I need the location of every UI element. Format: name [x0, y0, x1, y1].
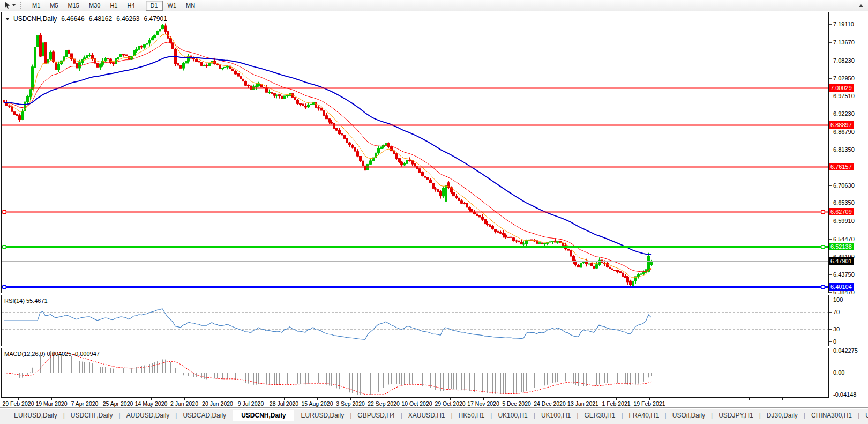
tab-xauusd-h1[interactable]: XAUUSD,H1: [402, 410, 452, 421]
tab-usdjpy-h1[interactable]: USDJPY,H1: [712, 410, 759, 421]
tab-usdcnh-daily[interactable]: USDCNH,Daily: [233, 410, 294, 421]
rsi-pane[interactable]: RSI(14) 55.4671: [1, 295, 829, 346]
tab-dj30-daily[interactable]: DJ30,Daily: [760, 410, 804, 421]
candle-body: [515, 241, 518, 241]
candle-body: [136, 50, 138, 51]
date-tick: [350, 398, 351, 400]
candle-body: [466, 204, 468, 207]
price-axis[interactable]: 7.191107.136707.082307.029506.975106.922…: [829, 12, 868, 407]
timeframe-button-D1[interactable]: D1: [146, 1, 163, 11]
line-handle[interactable]: [3, 211, 6, 214]
candle-body: [50, 53, 52, 59]
line-handle[interactable]: [3, 286, 6, 289]
tab-china300-h1[interactable]: CHINA300,H1: [805, 410, 858, 421]
tab-audusd-daily[interactable]: AUDUSD,Daily: [120, 410, 176, 421]
line-handle[interactable]: [3, 246, 6, 249]
tab-usoil-[interactable]: USOil,: [859, 410, 868, 421]
timeframe-button-M1[interactable]: M1: [27, 1, 45, 11]
date-tick: [85, 398, 85, 400]
candle-body: [591, 264, 593, 266]
candle-body: [240, 77, 242, 79]
macd-pane[interactable]: MACD(12,26,9) 0.004025 -0.000947: [1, 348, 829, 398]
tick-mark: [829, 132, 832, 132]
toolbar-drag-handle[interactable]: [20, 2, 23, 9]
tab-uk100-h1[interactable]: UK100,H1: [491, 410, 534, 421]
candle-body: [19, 116, 21, 120]
level-price-label[interactable]: 6.76157: [829, 163, 854, 170]
price-tick: 6.43750: [829, 271, 855, 278]
timeframe-button-M5[interactable]: M5: [45, 1, 63, 11]
date-label: 3 Sep 2020: [336, 400, 365, 407]
timeframe-button-MN[interactable]: MN: [181, 1, 200, 11]
mt4-window: M1M5M15M30H1H4D1W1MN USDCNH,Daily 6.4664…: [0, 0, 868, 424]
tab-ger30-h1[interactable]: GER30,H1: [578, 410, 622, 421]
level-price-label[interactable]: 6.52138: [829, 243, 854, 250]
candle-body: [643, 272, 645, 274]
candle-body: [185, 61, 188, 63]
candle-body: [323, 111, 325, 116]
chart-title: USDCNH,Daily 6.46646 6.48162 6.46263 6.4…: [5, 15, 167, 23]
tick-mark: [829, 395, 832, 395]
level-price-label[interactable]: 6.62709: [829, 208, 854, 215]
tick-mark: [829, 114, 832, 114]
candle-body: [567, 249, 570, 250]
candle-body: [518, 241, 520, 242]
timeframe-button-H4[interactable]: H4: [122, 1, 139, 11]
candle-body: [305, 106, 307, 107]
price-tick: 6.97510: [829, 93, 855, 99]
date-tick: [483, 398, 484, 400]
collapse-triangle-icon[interactable]: [5, 18, 10, 20]
candle-body: [224, 67, 226, 68]
timeframe-button-H1[interactable]: H1: [105, 1, 122, 11]
toolbar-overflow-icon[interactable]: [859, 4, 863, 7]
candle-body: [315, 102, 317, 107]
candle-body: [526, 241, 528, 244]
level-price-label[interactable]: 6.40104: [829, 283, 854, 291]
price-tick: 7.13670: [829, 39, 855, 46]
macd-axis-tick: 0.042275: [829, 347, 858, 354]
level-price-label[interactable]: 6.88897: [829, 121, 854, 129]
line-handle[interactable]: [821, 246, 825, 249]
timeframe-button-M30[interactable]: M30: [84, 1, 105, 11]
tab-uk100-h1[interactable]: UK100,H1: [535, 410, 577, 421]
macd-signal-line: [4, 352, 651, 395]
date-tick: [417, 398, 417, 400]
candle-body: [232, 69, 234, 71]
tab-fra40-h1[interactable]: FRA40,H1: [623, 410, 665, 421]
main-chart-pane[interactable]: USDCNH,Daily 6.46646 6.48162 6.46263 6.4…: [1, 12, 829, 293]
tick-mark: [829, 61, 832, 61]
tab-usoil-daily[interactable]: USOil,Daily: [666, 410, 712, 421]
tab-eurusd-daily[interactable]: EURUSD,Daily: [8, 410, 64, 421]
tab-gbpusd-h4[interactable]: GBPUSD,H4: [351, 410, 401, 421]
date-label: 7 Apr 2020: [71, 400, 99, 407]
tab-usdchf-daily[interactable]: USDCHF,Daily: [64, 410, 119, 421]
price-tick: 6.92230: [829, 110, 855, 117]
macd-chart[interactable]: [2, 348, 828, 397]
candle-body: [268, 92, 271, 93]
candle-body: [476, 214, 478, 215]
timeframe-button-W1[interactable]: W1: [163, 1, 182, 11]
candle-body: [622, 273, 624, 277]
line-handle[interactable]: [821, 286, 825, 289]
level-price-label[interactable]: 7.00029: [829, 84, 854, 92]
cursor-tool-button[interactable]: [2, 1, 17, 10]
candle-body: [341, 133, 343, 135]
candle-body: [297, 100, 299, 104]
tab-usdcad-daily[interactable]: USDCAD,Daily: [176, 410, 233, 421]
tab-eurusd-daily[interactable]: EURUSD,Daily: [294, 410, 350, 421]
candle-body: [380, 147, 383, 149]
candlestick-chart[interactable]: [2, 12, 828, 293]
timeframe-button-M15[interactable]: M15: [63, 1, 84, 11]
candle-body: [346, 139, 348, 143]
candle-body: [156, 31, 159, 35]
date-tick: [184, 398, 185, 400]
date-label: 29 Feb 2020: [3, 400, 34, 407]
rsi-chart[interactable]: [2, 295, 828, 346]
tick-mark: [829, 239, 832, 240]
candle-body: [177, 63, 179, 65]
line-handle[interactable]: [821, 211, 825, 214]
date-axis[interactable]: 29 Feb 202019 Mar 20207 Apr 202025 Apr 2…: [0, 398, 868, 407]
candle-body: [154, 35, 156, 38]
tab-hk50-h1[interactable]: HK50,H1: [452, 410, 491, 421]
candle-body: [339, 130, 341, 133]
